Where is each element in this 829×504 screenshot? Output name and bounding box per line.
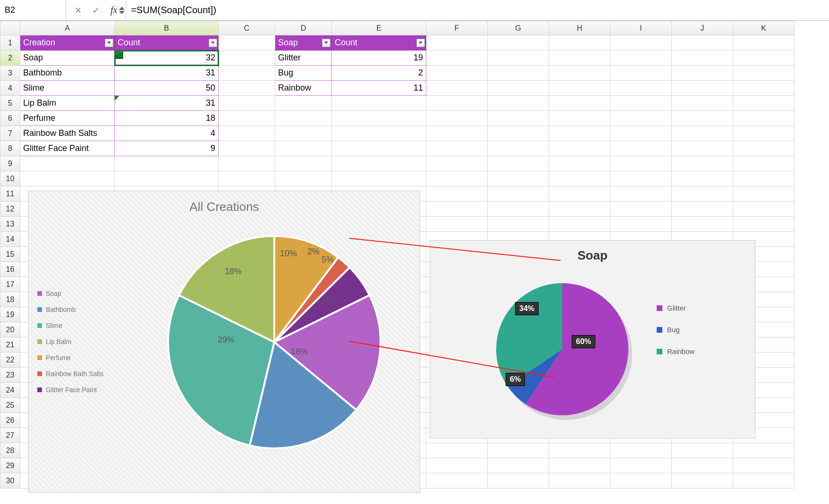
cell[interactable] — [488, 171, 549, 186]
col-header-J[interactable]: J — [672, 21, 733, 35]
cell[interactable] — [488, 202, 549, 217]
worksheet[interactable]: A B C D E F G H I J K 1CreationCountSoap… — [0, 21, 829, 504]
cell[interactable] — [549, 186, 610, 202]
cell[interactable] — [332, 126, 426, 141]
cell[interactable]: Lip Balm — [20, 96, 115, 111]
cell[interactable] — [610, 458, 672, 473]
cell[interactable] — [219, 126, 275, 141]
cell[interactable] — [275, 171, 332, 186]
cell[interactable] — [549, 458, 610, 473]
cell[interactable] — [275, 96, 332, 111]
cell[interactable] — [488, 156, 549, 171]
cell[interactable]: 2 — [332, 66, 426, 81]
cell[interactable] — [672, 202, 733, 217]
stepper-up-icon[interactable] — [119, 7, 125, 10]
cell[interactable]: Glitter — [275, 50, 332, 66]
row-header[interactable]: 22 — [0, 353, 20, 368]
cell[interactable] — [549, 35, 610, 50]
cell[interactable] — [488, 443, 549, 458]
cell[interactable] — [426, 202, 488, 217]
cell[interactable] — [426, 66, 488, 81]
cell[interactable] — [549, 217, 610, 232]
cell[interactable] — [610, 202, 672, 217]
cell[interactable] — [549, 81, 610, 96]
col-header-I[interactable]: I — [610, 21, 672, 35]
row-header[interactable]: 30 — [0, 473, 20, 488]
chart-all-creations[interactable]: All Creations SoapBathbombSlimeLip BalmP… — [28, 191, 420, 493]
cell[interactable]: 31 — [115, 96, 219, 111]
row-header[interactable]: 10 — [0, 171, 20, 186]
cell[interactable] — [549, 141, 610, 156]
cell[interactable] — [733, 126, 795, 141]
row-header[interactable]: 25 — [0, 398, 20, 413]
col-header-F[interactable]: F — [426, 21, 488, 35]
cell[interactable] — [672, 186, 733, 202]
cell[interactable] — [488, 217, 549, 232]
cell[interactable] — [672, 35, 733, 50]
cell[interactable] — [549, 171, 610, 186]
row-header[interactable]: 13 — [0, 217, 20, 232]
cell[interactable] — [488, 473, 549, 488]
cell[interactable]: Creation — [20, 35, 115, 50]
col-header-C[interactable]: C — [219, 21, 275, 35]
cell[interactable] — [733, 81, 795, 96]
cell[interactable] — [426, 171, 488, 186]
cell[interactable] — [426, 50, 488, 66]
cell[interactable] — [115, 171, 219, 186]
filter-dropdown-icon[interactable] — [416, 39, 425, 47]
col-header-B[interactable]: B — [115, 21, 219, 35]
row-header[interactable]: 11 — [0, 186, 20, 202]
cell[interactable] — [672, 111, 733, 126]
active-cell[interactable]: 32 — [115, 50, 219, 66]
cell[interactable]: 11 — [332, 81, 426, 96]
cell[interactable]: Soap — [275, 35, 332, 50]
cell[interactable] — [426, 443, 488, 458]
cell[interactable] — [20, 171, 115, 186]
cell[interactable] — [733, 186, 795, 202]
name-box-stepper[interactable] — [119, 7, 127, 14]
cell[interactable]: Rainbow — [275, 81, 332, 96]
row-header[interactable]: 27 — [0, 428, 20, 443]
cell[interactable]: Bathbomb — [20, 66, 115, 81]
row-header[interactable]: 2 — [0, 50, 20, 66]
row-header[interactable]: 29 — [0, 458, 20, 473]
cell[interactable] — [549, 126, 610, 141]
cell[interactable] — [733, 156, 795, 171]
cell[interactable]: 9 — [115, 141, 219, 156]
cell[interactable] — [20, 156, 115, 171]
cell[interactable] — [219, 66, 275, 81]
cell[interactable] — [426, 141, 488, 156]
cell[interactable]: 19 — [332, 50, 426, 66]
cell[interactable] — [219, 156, 275, 171]
filter-dropdown-icon[interactable] — [105, 39, 113, 47]
cell[interactable] — [672, 156, 733, 171]
cell[interactable] — [672, 66, 733, 81]
cell[interactable] — [672, 458, 733, 473]
chart-soap[interactable]: Soap GlitterBugRainbow 60% 6% 34% — [430, 240, 755, 438]
cell[interactable] — [488, 35, 549, 50]
cell[interactable] — [488, 50, 549, 66]
cell[interactable] — [332, 156, 426, 171]
formula-input[interactable] — [126, 0, 829, 20]
row-header[interactable]: 8 — [0, 141, 20, 156]
cell[interactable] — [219, 171, 275, 186]
cell[interactable] — [672, 96, 733, 111]
stepper-down-icon[interactable] — [119, 11, 125, 14]
cell[interactable] — [275, 111, 332, 126]
cell[interactable] — [733, 141, 795, 156]
cell[interactable] — [219, 50, 275, 66]
cell[interactable] — [610, 171, 672, 186]
row-header[interactable]: 21 — [0, 337, 20, 353]
cell[interactable] — [426, 156, 488, 171]
cell[interactable] — [219, 96, 275, 111]
cell[interactable] — [219, 35, 275, 50]
col-header-A[interactable]: A — [20, 21, 115, 35]
row-header[interactable]: 14 — [0, 232, 20, 247]
cell[interactable] — [733, 443, 795, 458]
cell[interactable] — [332, 171, 426, 186]
row-header[interactable]: 16 — [0, 262, 20, 277]
cell[interactable] — [672, 473, 733, 488]
cell[interactable] — [488, 186, 549, 202]
row-header[interactable]: 1 — [0, 35, 20, 50]
cell[interactable] — [488, 111, 549, 126]
